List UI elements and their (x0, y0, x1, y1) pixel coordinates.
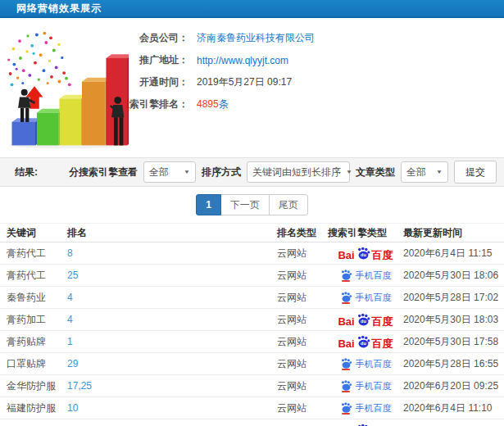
mobile-baidu-logo[interactable]: 手机百度 (340, 402, 392, 415)
engine-cell: Baidu百度 手机百度 (328, 270, 403, 282)
promo-url-link[interactable]: http://www.qlyyjt.com (197, 55, 288, 66)
mobile-baidu-logo[interactable]: 手机百度 (340, 358, 392, 370)
rank-link[interactable]: 25 (67, 270, 78, 281)
updated-cell: 2020年5月30日 17:58 (403, 335, 504, 349)
keyword-cell: 福建防护服 (0, 401, 67, 415)
article-type-label: 文章类型 (356, 165, 395, 179)
rank-link[interactable]: 29 (67, 358, 78, 369)
updated-cell: 2020年5月28日 16:55 (403, 357, 504, 371)
engine-filter-label: 分搜索引擎查看 (69, 165, 138, 179)
baidu-paw-icon: du (356, 335, 370, 348)
baidu-text-bai: Bai (338, 250, 354, 261)
table-row: 膏药代工 25 云网站 Baidu百度 手机百度 2020年5月30日 18:0… (0, 265, 504, 287)
engine-cell: Baidu百度 手机百度 (328, 335, 403, 349)
table-row-partial: Baidu百度 手机百度 (0, 419, 504, 426)
rank-link[interactable]: 17,25 (67, 380, 92, 392)
header-rank: 排名 (67, 226, 277, 240)
submit-button[interactable]: 提交 (454, 161, 497, 184)
open-time-value: 2019年5月27日 09:17 (197, 75, 292, 89)
chevron-down-icon: ▼ (184, 169, 190, 174)
baidu-text-bai: Bai (338, 316, 354, 327)
article-type-value: 全部 (406, 165, 426, 179)
company-row: 会员公司： 济南秦鲁药业科技有限公司 (116, 31, 315, 45)
baidu-text-cn: 百度 (372, 338, 393, 349)
promo-url-row: 推广地址： http://www.qlyyjt.com (116, 53, 315, 67)
mobile-baidu-logo[interactable]: 手机百度 (340, 380, 392, 392)
keyword-cell: 膏药加工 (0, 313, 67, 327)
updated-cell: 2020年6月4日 11:10 (403, 401, 504, 415)
header-engine-type: 搜索引擎类型 (328, 226, 403, 240)
rank-type-cell: 云网站 (277, 401, 328, 415)
company-link[interactable]: 济南秦鲁药业科技有限公司 (197, 31, 315, 45)
pagination: 1 下一页 尾页 (0, 187, 504, 223)
header-keyword: 关键词 (0, 226, 67, 240)
table-row: 膏药加工 4 云网站 Baidu百度 手机百度 2020年5月30日 18:03 (0, 309, 504, 331)
engine-cell: Baidu百度 手机百度 (328, 380, 403, 392)
keyword-cell: 口罩贴牌 (0, 357, 67, 371)
svg-text:du: du (361, 252, 366, 257)
table-row: 膏药代工 8 云网站 Baidu百度 手机百度 2020年6月4日 11:15 (0, 242, 504, 265)
chevron-down-icon: ▼ (436, 169, 443, 174)
chevron-down-icon: ▼ (346, 169, 352, 174)
mobile-baidu-logo[interactable]: 手机百度 (340, 270, 392, 282)
svg-text:du: du (361, 341, 366, 346)
mobile-baidu-paw-icon (340, 270, 352, 282)
sort-filter-value: 关键词由短到长排序 (252, 165, 341, 179)
mobile-baidu-paw-icon (340, 402, 352, 415)
baidu-text-bai: Bai (338, 338, 354, 349)
sort-filter-select[interactable]: 关键词由短到长排序 ▼ (247, 161, 350, 183)
mobile-baidu-logo[interactable]: 手机百度 (340, 292, 392, 304)
mobile-baidu-label: 手机百度 (356, 271, 392, 280)
updated-cell: 2020年5月30日 18:06 (403, 269, 504, 283)
baidu-logo[interactable]: Baidu百度 (338, 247, 393, 261)
mobile-baidu-label: 手机百度 (356, 293, 392, 302)
baidu-text-cn: 百度 (372, 250, 393, 261)
rank-link[interactable]: 10 (67, 402, 78, 414)
page-1-button[interactable]: 1 (196, 194, 221, 215)
last-page-button[interactable]: 尾页 (269, 194, 308, 215)
rank-type-cell: 云网站 (277, 291, 328, 305)
page-title: 网络营销效果展示 (16, 2, 102, 16)
updated-cell: 2020年6月20日 09:25 (403, 379, 504, 393)
engine-cell: Baidu百度 手机百度 (328, 358, 403, 370)
table-row: 口罩贴牌 29 云网站 Baidu百度 手机百度 2020年5月28日 16:5… (0, 353, 504, 375)
keyword-cell: 膏药代工 (0, 269, 67, 283)
engine-cell: Baidu百度 手机百度 (328, 402, 403, 415)
baidu-paw-icon: du (356, 313, 370, 326)
baidu-paw-icon: du (356, 247, 370, 260)
keyword-cell: 金华防护服 (0, 379, 67, 393)
table-header-row: 关键词 排名 排名类型 搜索引擎类型 最新更新时间 (0, 223, 504, 242)
engine-rank-unit: 条 (219, 98, 229, 110)
rank-type-cell: 云网站 (277, 357, 328, 371)
title-bar: 网络营销效果展示 (0, 0, 504, 18)
mobile-baidu-paw-icon (340, 292, 352, 304)
rank-link[interactable]: 4 (67, 292, 73, 303)
table-row: 秦鲁药业 4 云网站 Baidu百度 手机百度 2020年5月28日 17:02 (0, 287, 504, 309)
rank-link[interactable]: 8 (67, 247, 73, 259)
rank-link[interactable]: 1 (67, 336, 73, 347)
engine-rank-count: 4895 (197, 98, 219, 110)
engine-filter-select[interactable]: 全部 ▼ (143, 161, 196, 183)
rank-type-cell: 云网站 (277, 313, 328, 327)
rank-type-cell: 云网站 (277, 269, 328, 283)
article-type-select[interactable]: 全部 ▼ (401, 161, 448, 183)
baidu-logo[interactable]: Baidu百度 (338, 313, 393, 327)
member-info-list: 会员公司： 济南秦鲁药业科技有限公司 推广地址： http://www.qlyy… (116, 25, 315, 157)
updated-cell: 2020年6月4日 11:15 (403, 247, 504, 261)
bar-chart-clipart (4, 26, 129, 152)
open-time-row: 开通时间： 2019年5月27日 09:17 (116, 75, 315, 89)
mobile-baidu-paw-icon (340, 358, 352, 370)
mobile-baidu-label: 手机百度 (356, 382, 392, 391)
baidu-logo[interactable]: Baidu百度 (338, 335, 393, 349)
table-row: 膏药贴牌 1 云网站 Baidu百度 手机百度 2020年5月30日 17:58 (0, 331, 504, 353)
rank-link[interactable]: 4 (67, 314, 73, 325)
mobile-baidu-label: 手机百度 (356, 360, 392, 369)
next-page-button[interactable]: 下一页 (220, 194, 270, 215)
engine-cell: Baidu百度 手机百度 (328, 247, 403, 261)
mobile-baidu-label: 手机百度 (356, 404, 392, 413)
engine-rank-row: 搜索引擎排名： 4895条 (116, 97, 315, 111)
baidu-text-cn: 百度 (372, 316, 393, 327)
results-table: 关键词 排名 排名类型 搜索引擎类型 最新更新时间 膏药代工 8 云网站 Bai… (0, 223, 504, 426)
table-row: 金华防护服 17,25 云网站 Baidu百度 手机百度 2020年6月20日 … (0, 375, 504, 397)
table-row: 福建防护服 10 云网站 Baidu百度 手机百度 2020年6月4日 11:1… (0, 397, 504, 419)
